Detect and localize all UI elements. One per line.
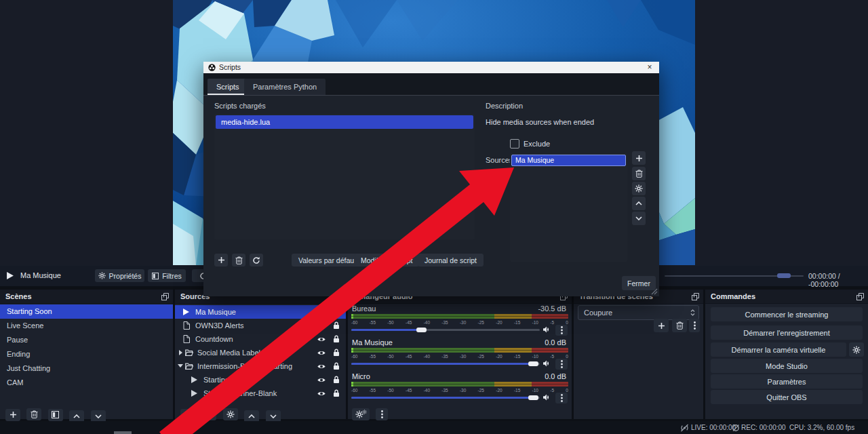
channel-menu-button[interactable]	[555, 359, 568, 370]
rec-status: REC: 00:00:00	[741, 424, 786, 431]
meter-scale: -60-55-50-45-40-35-30-25-20-15-10-50	[351, 320, 568, 325]
source-properties-button[interactable]	[223, 408, 238, 420]
mixer-channel: Micro 0.0 dB -60-55-50-45-40-35-30-25-20…	[348, 372, 572, 403]
description-label: Description	[486, 102, 523, 110]
scripts-dialog: Scripts × Scripts Paramètres Python Scri…	[203, 62, 659, 296]
media-seek-handle[interactable]	[777, 273, 791, 278]
quit-obs-button[interactable]: Quitter OBS	[711, 390, 863, 404]
add-script-source-button[interactable]	[632, 151, 646, 165]
scenes-panel: Scènes Starting Soon Live Scene Pause En…	[0, 290, 173, 419]
settings-button[interactable]: Paramètres	[711, 374, 863, 389]
source-item[interactable]: Starting-Banner	[175, 373, 346, 387]
reload-scripts-button[interactable]	[250, 254, 263, 267]
move-script-source-down-button[interactable]	[632, 212, 646, 225]
channel-level: -30.5 dB	[538, 304, 566, 313]
live-status: LIVE: 00:00:00	[691, 424, 736, 431]
add-script-button[interactable]	[214, 254, 228, 267]
channel-name: Ma Musique	[352, 338, 393, 347]
add-source-button[interactable]	[180, 409, 195, 421]
source-item[interactable]: Countdown	[175, 332, 346, 346]
channel-level: 0.0 dB	[545, 338, 566, 347]
popout-icon[interactable]	[692, 293, 699, 300]
resize-grip[interactable]	[651, 288, 658, 295]
advanced-audio-button[interactable]	[352, 408, 370, 420]
volume-slider-handle[interactable]	[528, 395, 538, 400]
script-source-edit-field[interactable]: Ma Musique	[511, 155, 626, 166]
scenes-panel-title: Scènes	[0, 290, 173, 304]
script-log-button[interactable]: Journal de script	[418, 254, 484, 267]
volume-slider-handle[interactable]	[416, 328, 427, 332]
virtual-camera-settings-button[interactable]	[849, 342, 864, 357]
studio-mode-button[interactable]: Mode Studio	[711, 359, 863, 373]
description-text: Hide media sources when ended	[486, 118, 594, 126]
volume-slider[interactable]	[351, 327, 540, 332]
remove-scene-button[interactable]	[26, 408, 41, 420]
media-play-icon[interactable]	[7, 272, 14, 279]
spinner-icon	[690, 309, 695, 316]
edit-script-button[interactable]: Modifier le script	[354, 254, 419, 267]
controls-panel-title: Commandes	[705, 290, 868, 304]
media-source-name: Ma Musique	[20, 271, 61, 279]
start-streaming-button[interactable]: Commencer le streaming	[711, 307, 863, 321]
transition-select[interactable]: Coupure	[578, 305, 699, 320]
scripts-loaded-label: Scripts chargés	[214, 102, 266, 110]
move-script-source-up-button[interactable]	[632, 197, 646, 210]
script-sources-list[interactable]: Ma Musique	[510, 153, 627, 262]
obs-logo-icon	[208, 64, 216, 71]
loaded-scripts-list[interactable]: media-hide.lua	[214, 114, 475, 239]
speaker-icon[interactable]	[543, 394, 551, 401]
meter-scale: -60-55-50-45-40-35-30-25-20-15-10-50	[351, 354, 568, 359]
channel-menu-button[interactable]	[555, 393, 568, 403]
source-item[interactable]: OWN3D Alerts	[175, 319, 346, 332]
source-item[interactable]: Ma Musique	[175, 305, 346, 319]
channel-menu-button[interactable]	[555, 325, 568, 336]
tab-python-settings[interactable]: Paramètres Python	[244, 79, 326, 95]
defaults-button[interactable]: Valeurs par défaut	[292, 254, 363, 267]
remove-script-button[interactable]	[232, 254, 245, 267]
scene-filters-button[interactable]	[48, 409, 63, 421]
script-list-item[interactable]: media-hide.lua	[216, 115, 473, 129]
start-virtual-camera-button[interactable]: Démarrer la caméra virtuelle	[711, 342, 846, 357]
properties-button[interactable]: Propriétés	[95, 269, 144, 282]
remove-transition-button[interactable]	[672, 319, 687, 332]
scene-item[interactable]: Starting Soon	[0, 304, 173, 319]
scene-item[interactable]: Ending	[0, 347, 173, 361]
popout-icon[interactable]	[161, 293, 169, 300]
cpu-status: CPU: 3.2%, 60.00 fps	[789, 424, 854, 431]
script-source-settings-button[interactable]	[632, 182, 646, 195]
filters-button[interactable]: Filtres	[148, 269, 186, 282]
start-recording-button[interactable]: Démarrer l'enregistrement	[711, 326, 863, 340]
source-group-item[interactable]: Intermission-Banner-Starting	[175, 359, 346, 373]
volume-meter	[351, 382, 568, 387]
dialog-titlebar[interactable]: Scripts ×	[203, 62, 659, 73]
sources-panel: Sources Ma Musique OWN3D Alerts Countdow…	[175, 290, 346, 419]
close-icon[interactable]: ×	[644, 62, 655, 73]
exclude-label: Exclude	[524, 140, 550, 148]
source-item[interactable]: Starting-Banner-Blank	[175, 387, 346, 400]
scene-item[interactable]: Pause	[0, 333, 173, 347]
add-scene-button[interactable]	[5, 409, 20, 421]
speaker-icon[interactable]	[543, 326, 551, 333]
gear-icon	[98, 272, 106, 279]
volume-slider-handle[interactable]	[528, 361, 538, 366]
channel-name: Bureau	[352, 304, 376, 313]
remove-script-source-button[interactable]	[632, 167, 646, 180]
rec-status-icon	[732, 424, 740, 432]
add-transition-button[interactable]	[654, 319, 669, 332]
scene-item[interactable]: Just Chatting	[0, 361, 173, 376]
dialog-tabbar: Scripts Paramètres Python	[203, 73, 659, 96]
scene-item[interactable]: Live Scene	[0, 319, 173, 333]
transition-menu-button[interactable]	[689, 319, 700, 332]
volume-slider[interactable]	[351, 361, 540, 366]
remove-source-button[interactable]	[201, 408, 216, 420]
scene-item[interactable]: CAM	[0, 376, 173, 390]
media-time: 00:00:00 / -00:00:00	[808, 272, 868, 288]
popout-icon[interactable]	[856, 293, 864, 300]
speaker-icon[interactable]	[543, 360, 551, 367]
tab-scripts[interactable]: Scripts	[208, 79, 248, 95]
mixer-menu-button[interactable]	[376, 408, 388, 420]
scenes-toolbar	[5, 408, 109, 420]
volume-slider[interactable]	[351, 395, 540, 400]
source-group-item[interactable]: Social Media Labels	[175, 346, 346, 359]
exclude-checkbox[interactable]	[510, 139, 519, 149]
